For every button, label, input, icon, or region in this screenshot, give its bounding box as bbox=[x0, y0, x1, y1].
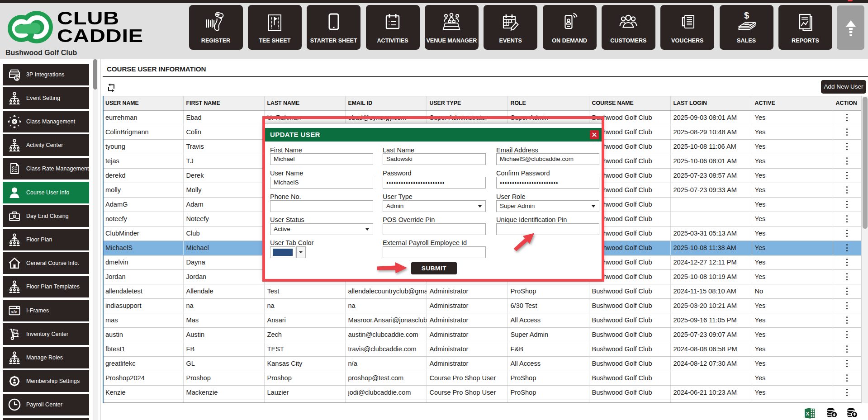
svg-text:X: X bbox=[806, 411, 810, 416]
svg-text:</>: </> bbox=[11, 309, 17, 314]
svg-text:$: $ bbox=[15, 76, 18, 80]
svg-text:$: $ bbox=[744, 11, 749, 20]
